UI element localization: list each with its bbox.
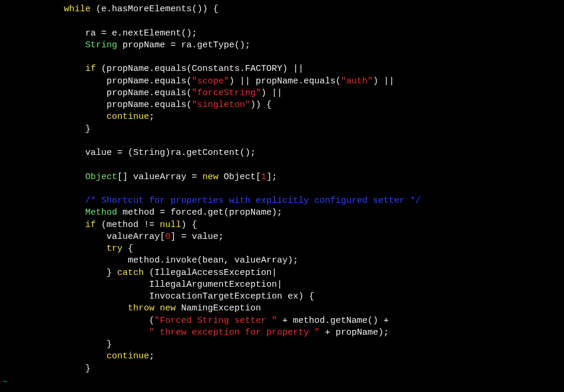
l6-indent <box>0 64 85 74</box>
l19e: ) { <box>181 220 197 230</box>
l8a: propName.equals( <box>0 88 192 98</box>
l24: IllegalArgumentException| <box>0 280 282 290</box>
kw-null: null <box>160 220 181 230</box>
kw-continue: continue <box>107 351 149 361</box>
l20b: ] = value; <box>170 232 224 242</box>
l30a <box>0 351 107 361</box>
l27a: ( <box>0 316 154 326</box>
l18a <box>0 208 85 218</box>
l13: value = (String)ra.getContent(); <box>0 148 256 158</box>
l4-rest: propName = ra.getType(); <box>117 40 250 50</box>
kw-throw: throw <box>128 303 154 313</box>
l15c: [] valueArray = <box>117 172 202 182</box>
kw-if: if <box>85 220 96 230</box>
l28b: + propName); <box>320 328 389 338</box>
l31: } <box>0 364 91 374</box>
type-method: Method <box>85 208 117 218</box>
l10a <box>0 112 107 122</box>
indent <box>0 4 64 14</box>
vim-tilde-icon: ~ <box>2 377 8 388</box>
l15f: ]; <box>266 172 277 182</box>
l11: } <box>0 124 91 134</box>
l7b: ) || propName.equals( <box>229 76 341 86</box>
l7a: propName.equals( <box>0 76 192 86</box>
l6-rest: (propName.equals(Constants.FACTORY) || <box>96 64 304 74</box>
kw-try: try <box>107 244 123 254</box>
l19a <box>0 220 85 230</box>
l1-rest: (e.hasMoreElements()) { <box>91 4 218 14</box>
l17a <box>0 196 85 206</box>
comment-shortcut: /* Shortcut for properties with explicit… <box>85 196 421 206</box>
code-block: while (e.hasMoreElements()) { ra = e.nex… <box>0 0 564 375</box>
str-scope: "scope" <box>192 76 229 86</box>
kw-while: while <box>64 4 91 14</box>
kw-new: new <box>202 172 218 182</box>
l28a <box>0 328 149 338</box>
str-threw-exception: " threw exception for property " <box>149 328 320 338</box>
l15e: Object[ <box>218 172 261 182</box>
l20a: valueArray[ <box>0 232 165 242</box>
l15a <box>0 172 85 182</box>
l23c: (IllegalAccessException| <box>144 268 277 278</box>
l9b: )) { <box>250 100 272 110</box>
str-singleton: "singleton" <box>192 100 250 110</box>
l30c: ; <box>149 351 154 361</box>
l29: } <box>0 339 112 349</box>
num-0: 0 <box>165 232 170 242</box>
l18c: method = forced.get(propName); <box>117 208 282 218</box>
l8b: ) || <box>261 88 282 98</box>
l22: method.invoke(bean, valueArray); <box>0 255 298 265</box>
num-1: 1 <box>261 172 266 182</box>
str-auth: "auth" <box>341 76 373 86</box>
l25: InvocationTargetException ex) { <box>0 291 314 302</box>
str-forcestring: "forceString" <box>192 88 261 98</box>
l26c <box>154 303 160 313</box>
kw-new: new <box>160 303 176 313</box>
type-object: Object <box>85 172 117 182</box>
l23a: } <box>0 268 117 278</box>
l3: ra = e.nextElement(); <box>0 28 197 38</box>
l26a <box>0 303 128 313</box>
kw-if: if <box>85 64 96 74</box>
type-string: String <box>85 40 117 50</box>
l10c: ; <box>149 112 154 122</box>
str-forced-setter: "Forced String setter " <box>154 316 277 326</box>
l21c: { <box>123 244 133 254</box>
l19c: (method != <box>96 220 160 230</box>
l27b: + method.getName() + <box>277 316 389 326</box>
l26e: NamingException <box>176 303 261 313</box>
l7c: ) || <box>373 76 394 86</box>
kw-catch: catch <box>117 268 144 278</box>
l21a <box>0 244 107 254</box>
l9a: propName.equals( <box>0 100 192 110</box>
l4-indent <box>0 40 85 50</box>
kw-continue: continue <box>107 112 149 122</box>
